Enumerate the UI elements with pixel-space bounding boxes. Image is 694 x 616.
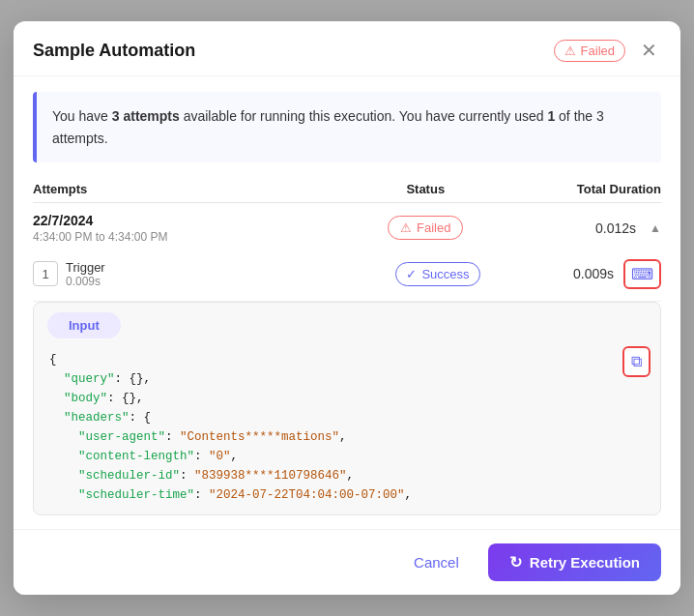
info-bold-one: 1 [547,108,555,124]
cancel-button[interactable]: Cancel [398,546,475,578]
info-text-mid: available for running this execution. Yo… [180,108,548,124]
chevron-up-icon: ▲ [650,221,661,235]
trigger-total-duration: 0.009s [573,266,614,281]
attempt-top: 22/7/2024 4:34:00 PM to 4:34:00 PM ⚠ Fai… [33,213,661,251]
failed-label: Failed [581,44,615,58]
modal-footer: Cancel ↻ Retry Execution [14,529,680,595]
input-tab-row: Input [34,303,660,338]
attempt-date: 22/7/2024 [33,213,347,228]
modal: Sample Automation ⚠ Failed ✕ You have 3 … [14,21,680,595]
failed-status-badge: ⚠ Failed [554,40,625,62]
table-header: Attempts Status Total Duration [33,172,661,203]
attempt-failed-badge: ⚠ Failed [388,216,463,240]
attempt-failed-label: Failed [417,220,450,235]
input-tab[interactable]: Input [47,312,121,338]
attempt-duration-block: 0.012s ▲ [505,220,662,236]
trigger-label: Trigger [66,260,363,275]
close-button[interactable]: ✕ [637,39,661,62]
modal-title: Sample Automation [33,41,542,61]
info-banner: You have 3 attempts available for runnin… [33,92,661,162]
json-line-2: "query": {}, [49,369,645,389]
retry-icon: ↻ [509,553,522,572]
json-line-3: "body": {}, [49,389,645,408]
modal-header: Sample Automation ⚠ Failed ✕ [14,21,680,76]
code-icon: ⌨ [631,265,653,283]
trigger-number: 1 [33,261,58,286]
json-line-6: "content-length": "0", [49,447,645,466]
json-block: ⧉ { "query": {}, "body": {}, "headers": … [34,338,660,514]
attempt-row: 22/7/2024 4:34:00 PM to 4:34:00 PM ⚠ Fai… [33,203,661,302]
trigger-row: 1 Trigger 0.009s ✓ Success 0.009s [33,251,661,301]
modal-body: You have 3 attempts available for runnin… [14,76,680,529]
attempt-failed-icon: ⚠ [400,220,412,235]
json-line-5: "user-agent": "Contents*****mations", [49,427,645,447]
attempt-time: 4:34:00 PM to 4:34:00 PM [33,230,347,244]
json-line-4: "headers": { [49,408,645,427]
col-header-duration: Total Duration [505,182,662,196]
trigger-success-icon: ✓ [406,267,417,281]
retry-label: Retry Execution [530,554,640,571]
trigger-duration: 0.009s [66,275,363,288]
trigger-duration-block: 0.009s ⌨ [512,259,661,289]
attempt-duration: 0.012s [595,220,636,236]
attempt-date-block: 22/7/2024 4:34:00 PM to 4:34:00 PM [33,213,347,244]
attempt-status: ⚠ Failed [347,216,505,240]
info-bold-attempts: 3 attempts [112,108,180,124]
trigger-success-label: Success [421,267,469,281]
trigger-success-badge: ✓ Success [395,262,479,286]
trigger-info: Trigger 0.009s [66,260,363,288]
copy-icon: ⧉ [631,353,642,370]
retry-execution-button[interactable]: ↻ Retry Execution [488,543,661,581]
json-line-8: "scheduler-time": "2024-07-22T04:04:00-0… [49,485,645,505]
code-view-button[interactable]: ⌨ [623,259,661,289]
info-text-before: You have [52,108,112,124]
col-header-attempts: Attempts [33,182,347,196]
json-line-1: { [49,350,645,369]
copy-button[interactable]: ⧉ [622,346,651,377]
trigger-status: ✓ Success [363,262,512,286]
failed-icon: ⚠ [564,44,576,58]
col-header-status: Status [347,182,505,196]
input-panel: Input ⧉ { "query": {}, "body": {}, "head… [33,302,661,515]
json-line-7: "scheduler-id": "839938****110798646", [49,466,645,485]
modal-overlay: Sample Automation ⚠ Failed ✕ You have 3 … [0,0,694,616]
